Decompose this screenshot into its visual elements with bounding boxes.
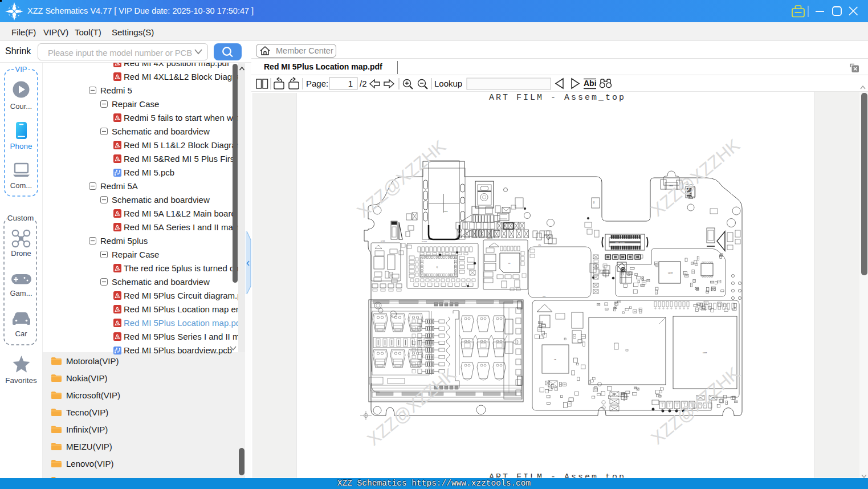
- svg-text:Lookup: Lookup: [434, 79, 462, 88]
- svg-text:Motorola(VIP): Motorola(VIP): [66, 356, 119, 366]
- svg-text:Repair Case: Repair Case: [112, 250, 159, 259]
- svg-text:Microsoft(VIP): Microsoft(VIP): [66, 390, 120, 400]
- svg-text:Red MI 4X position map.pdf: Red MI 4X position map.pdf: [124, 63, 230, 68]
- svg-text:1: 1: [348, 79, 353, 88]
- svg-text:Com...: Com...: [10, 181, 32, 190]
- svg-text:Repair Case: Repair Case: [112, 99, 159, 109]
- svg-text:Lenovo(VIP): Lenovo(VIP): [66, 459, 113, 468]
- svg-text:Red MI 5Plus Circuit diagram.p: Red MI 5Plus Circuit diagram.pdf: [124, 291, 238, 300]
- svg-text:Schematic and boardview: Schematic and boardview: [112, 277, 210, 287]
- svg-text:Red MI 5&Red MI 5 Plus First a: Red MI 5&Red MI 5 Plus First all in on: [124, 154, 238, 164]
- svg-text:Abi: Abi: [584, 79, 597, 88]
- svg-text:U5: U5: [554, 358, 556, 361]
- svg-text:U1: U1: [508, 263, 511, 264]
- svg-text:Redmi 5A: Redmi 5A: [100, 181, 138, 191]
- svg-text:Red MI 5Plus Location map en.p: Red MI 5Plus Location map en.pdf: [124, 304, 238, 314]
- svg-text:Red MI 5Plus Location map.pdf: Red MI 5Plus Location map.pdf: [124, 318, 238, 328]
- svg-text:Infinix(VIP): Infinix(VIP): [66, 425, 108, 434]
- svg-text:Gam...: Gam...: [10, 289, 32, 298]
- svg-text:Favorites: Favorites: [5, 376, 37, 385]
- svg-text:/2: /2: [360, 79, 367, 88]
- svg-text:Red MI 5A L1&L2 Main board poi: Red MI 5A L1&L2 Main board point lo: [124, 209, 238, 218]
- svg-text:MEIZU(VIP): MEIZU(VIP): [66, 442, 112, 451]
- svg-text:U2: U2: [436, 266, 438, 268]
- svg-text:Red MI 5A Series I and II main: Red MI 5A Series I and II main board p: [124, 222, 238, 232]
- svg-text:VIP: VIP: [15, 65, 27, 74]
- svg-text:MIC: MIC: [593, 201, 594, 204]
- svg-text:Redmi 5: Redmi 5: [100, 85, 132, 95]
- svg-text:Schematic and boardview: Schematic and boardview: [112, 127, 210, 136]
- svg-text:SH1: SH1: [538, 244, 541, 246]
- svg-text:Cour...: Cour...: [10, 102, 32, 111]
- svg-text:Red MI 4XL1&L2 Block Diagram.p: Red MI 4XL1&L2 Block Diagram.pdf: [124, 72, 238, 82]
- svg-text:Car: Car: [15, 329, 28, 338]
- svg-text:Drone: Drone: [11, 249, 31, 258]
- svg-text:Redmi 5 fails to start when wa: Redmi 5 fails to start when water enters: [124, 113, 238, 123]
- svg-text:The red rice 5plus is turned o: The red rice 5plus is turned on the wat: [124, 263, 238, 273]
- svg-text:Redmi 5plus: Redmi 5plus: [100, 236, 148, 246]
- svg-text:Schematic and boardview: Schematic and boardview: [112, 195, 210, 205]
- svg-text:Red MI 5Plus boardview.pcb: Red MI 5Plus boardview.pcb: [124, 345, 232, 355]
- svg-text:U700: U700: [381, 241, 385, 242]
- svg-text:Page:: Page:: [306, 79, 328, 88]
- svg-text:Nokia(VIP): Nokia(VIP): [66, 373, 108, 383]
- svg-text:Red MI 5Plus Series I and II m: Red MI 5Plus Series I and II main boar: [124, 332, 238, 341]
- svg-text:J200: J200: [443, 211, 447, 213]
- svg-text:U900: U900: [668, 272, 673, 274]
- svg-text:Custom: Custom: [7, 214, 34, 222]
- svg-text:BTB J2101: BTB J2101: [616, 242, 625, 244]
- svg-text:Phone: Phone: [10, 142, 32, 150]
- svg-text:U2416: U2416: [487, 238, 492, 239]
- svg-text:SH2: SH2: [543, 296, 546, 298]
- svg-text:Red MI 5.pcb: Red MI 5.pcb: [124, 168, 174, 177]
- svg-text:Red MI 5 L1&L2 Block Diagram.p: Red MI 5 L1&L2 Block Diagram.pdf: [124, 140, 238, 150]
- svg-text:U600: U600: [703, 352, 707, 354]
- svg-text:Tecno(VIP): Tecno(VIP): [66, 408, 108, 417]
- svg-text:U2417: U2417: [422, 241, 427, 243]
